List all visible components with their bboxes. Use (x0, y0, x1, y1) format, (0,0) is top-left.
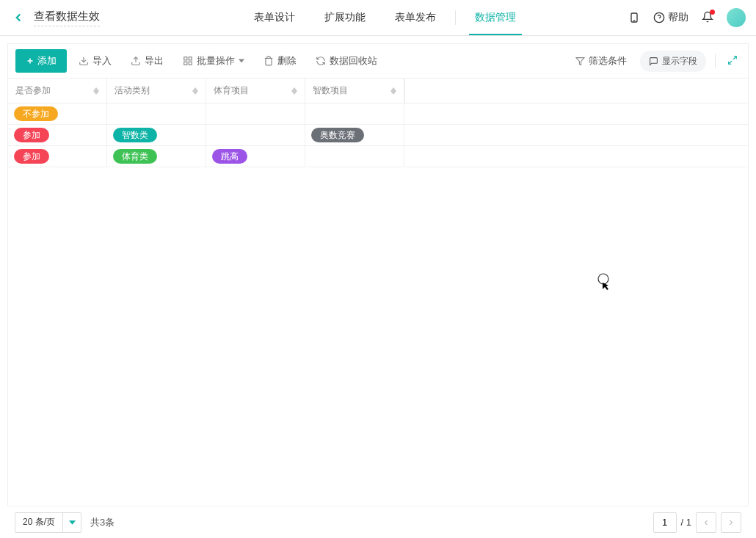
toolbar-divider (715, 54, 716, 68)
import-label: 导入 (92, 54, 112, 68)
svg-rect-9 (189, 57, 192, 60)
table-cell: 不参加 (8, 103, 107, 124)
svg-rect-10 (184, 62, 187, 65)
column-label: 体育项目 (214, 84, 249, 97)
batch-icon (183, 56, 193, 66)
fields-icon (649, 57, 658, 66)
sort-icon[interactable] (291, 87, 297, 95)
svg-rect-11 (189, 62, 192, 65)
table-cell: 奥数竞赛 (305, 125, 404, 145)
svg-marker-12 (576, 57, 584, 65)
expand-icon (727, 55, 738, 65)
tag: 奥数竞赛 (311, 128, 364, 142)
table-row[interactable]: 参加智数类奥数竞赛 (8, 125, 748, 146)
recycle-label: 数据回收站 (330, 54, 377, 68)
export-label: 导出 (145, 54, 164, 68)
table-cell: 智数类 (107, 125, 206, 145)
help-label: 帮助 (668, 11, 688, 24)
svg-rect-8 (184, 57, 187, 60)
column-header-participate[interactable]: 是否参加 (8, 79, 107, 103)
caret-down-icon (69, 520, 76, 525)
fields-button[interactable]: 显示字段 (640, 51, 706, 72)
import-icon (79, 56, 89, 66)
svg-line-13 (733, 56, 736, 59)
add-button[interactable]: 添加 (15, 49, 67, 73)
delete-label: 删除 (277, 54, 297, 68)
chevron-left-icon (702, 518, 710, 527)
column-label: 活动类别 (115, 84, 150, 97)
fullscreen-button[interactable] (724, 52, 741, 70)
pagination-footer: 20 条/页 共3条 / 1 (7, 506, 749, 538)
table-cell (206, 125, 305, 145)
filter-button[interactable]: 筛选条件 (568, 50, 634, 72)
export-button[interactable]: 导出 (123, 50, 171, 72)
import-button[interactable]: 导入 (71, 50, 119, 72)
tab-publish[interactable]: 表单发布 (380, 0, 451, 35)
back-button[interactable] (10, 10, 26, 26)
table-cell (107, 103, 206, 124)
batch-button[interactable]: 批量操作 (175, 50, 252, 72)
table-header: 是否参加 活动类别 体育项目 (8, 78, 748, 103)
column-label: 是否参加 (15, 84, 51, 97)
column-header-sport[interactable]: 体育项目 (206, 79, 305, 103)
tab-form-design[interactable]: 表单设计 (239, 0, 310, 35)
sort-icon[interactable] (93, 87, 99, 95)
caret-down-icon (239, 58, 244, 64)
table-cell (206, 103, 305, 124)
total-count: 共3条 (90, 516, 115, 529)
table-body: 不参加参加智数类奥数竞赛参加体育类跳高 (8, 103, 748, 537)
user-avatar[interactable] (727, 8, 746, 27)
table-cell (305, 146, 404, 167)
filter-icon (575, 57, 585, 66)
tab-extensions[interactable]: 扩展功能 (310, 0, 380, 35)
tag: 智数类 (113, 128, 157, 142)
sort-icon[interactable] (390, 87, 396, 95)
page-size-arrow (63, 513, 81, 532)
batch-label: 批量操作 (197, 54, 235, 68)
prev-page-button[interactable] (696, 512, 716, 533)
table-cell: 体育类 (107, 146, 206, 167)
sort-icon[interactable] (192, 87, 198, 95)
page-title[interactable]: 查看数据生效 (34, 10, 100, 26)
notifications-button[interactable] (702, 11, 713, 25)
page-size-select[interactable]: 20 条/页 (15, 512, 81, 533)
column-header-math[interactable]: 智数项目 (305, 79, 404, 103)
app-header: 查看数据生效 表单设计 扩展功能 表单发布 数据管理 帮助 (0, 0, 756, 36)
pager: / 1 (653, 512, 741, 533)
chevron-right-icon (727, 518, 735, 527)
tag: 参加 (14, 128, 49, 142)
column-header-category[interactable]: 活动类别 (107, 79, 206, 103)
table-cell (305, 103, 404, 124)
trash-icon (263, 56, 274, 66)
table-cell: 参加 (8, 146, 107, 167)
toolbar-right: 筛选条件 显示字段 (568, 50, 741, 72)
table-row[interactable]: 不参加 (8, 103, 748, 125)
next-page-button[interactable] (721, 512, 741, 533)
svg-line-14 (729, 61, 732, 64)
total-pages: / 1 (681, 517, 691, 528)
help-button[interactable]: 帮助 (653, 11, 688, 24)
notification-badge (710, 10, 715, 15)
recycle-button[interactable]: 数据回收站 (308, 50, 385, 72)
header-right: 帮助 (628, 8, 746, 27)
tag: 体育类 (113, 149, 157, 164)
nav-divider (455, 10, 456, 25)
page-size-label: 20 条/页 (15, 513, 63, 532)
tag: 参加 (14, 149, 49, 164)
tag: 跳高 (212, 149, 247, 164)
page-input[interactable] (653, 512, 677, 533)
content-area: 添加 导入 导出 批量操作 删除 数据回收站 (0, 36, 756, 538)
toolbar: 添加 导入 导出 批量操作 删除 数据回收站 (8, 44, 748, 78)
nav-tabs: 表单设计 扩展功能 表单发布 数据管理 (239, 0, 531, 35)
tab-data-management[interactable]: 数据管理 (460, 0, 531, 35)
export-icon (131, 56, 141, 66)
table-row[interactable]: 参加体育类跳高 (8, 146, 748, 167)
table-cell: 参加 (8, 125, 107, 145)
help-icon (653, 12, 665, 23)
column-label: 智数项目 (313, 84, 348, 97)
delete-button[interactable]: 删除 (256, 50, 304, 72)
table-cell: 跳高 (206, 146, 305, 167)
add-label: 添加 (37, 54, 57, 68)
mobile-preview-button[interactable] (628, 12, 640, 23)
data-panel: 添加 导入 导出 批量操作 删除 数据回收站 (7, 43, 749, 537)
